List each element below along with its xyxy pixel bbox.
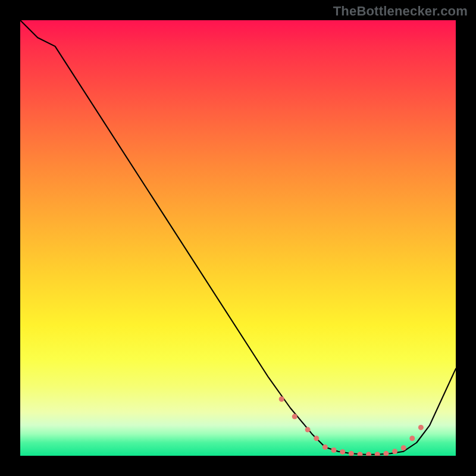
curve-marker xyxy=(279,396,284,402)
curve-marker xyxy=(358,452,363,456)
curve-marker xyxy=(349,451,354,456)
curve-marker xyxy=(331,447,337,453)
curve-marker xyxy=(418,425,424,430)
curve-marker xyxy=(401,445,406,450)
plot-area xyxy=(20,20,456,456)
curve-marker xyxy=(305,427,311,433)
watermark-label: TheBottlenecker.com xyxy=(333,4,468,19)
curve-marker xyxy=(366,452,371,456)
curve-marker xyxy=(409,436,415,441)
marker-group xyxy=(279,396,424,456)
curve-marker xyxy=(292,414,298,419)
curve-marker xyxy=(392,449,397,454)
bottleneck-curve xyxy=(20,20,456,456)
curve-path xyxy=(20,20,456,455)
curve-marker xyxy=(322,444,328,450)
curve-marker xyxy=(383,451,389,456)
chart-stage: TheBottlenecker.com xyxy=(0,0,476,476)
curve-marker xyxy=(375,452,380,456)
curve-marker xyxy=(314,436,319,441)
curve-marker xyxy=(340,449,345,455)
